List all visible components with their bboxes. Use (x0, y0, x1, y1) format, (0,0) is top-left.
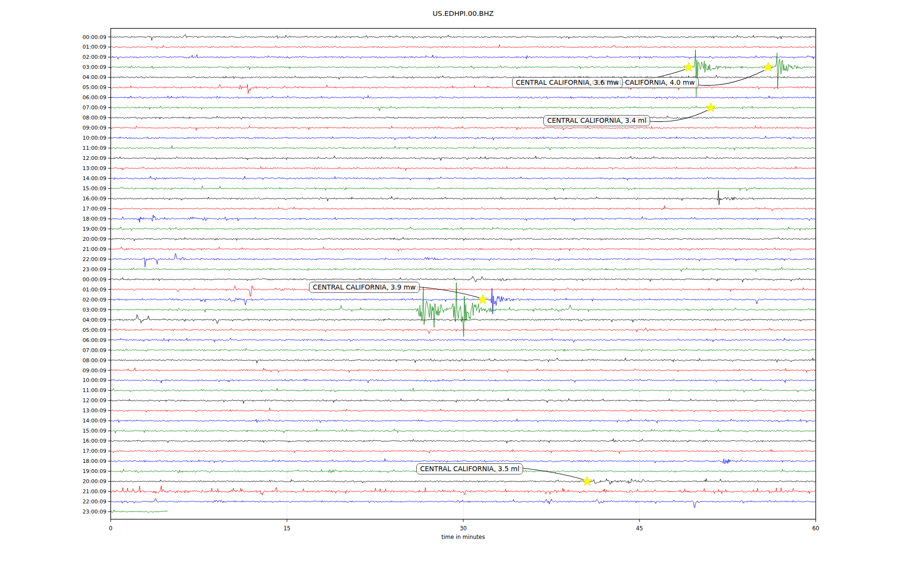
annotation-connector (519, 468, 584, 480)
y-axis-label: 02:00:09 (83, 54, 106, 60)
event-star-icon (763, 62, 773, 71)
event-label: CENTRAL CALIFORNIA, 3.4 ml (543, 115, 650, 126)
y-axis-label: 15:00:09 (83, 428, 106, 434)
y-axis-label: 18:00:09 (83, 458, 106, 464)
y-axis-label: 03:00:09 (83, 64, 106, 70)
y-axis-label: 00:00:09 (83, 34, 106, 40)
y-axis-label: 18:00:09 (83, 216, 106, 222)
y-axis-label: 20:00:09 (83, 236, 106, 242)
x-tick-label: 60 (812, 525, 820, 532)
trace-row (111, 439, 815, 444)
y-axis-label: 08:00:09 (83, 357, 106, 364)
y-axis-label: 01:00:09 (83, 287, 106, 293)
y-axis-label: 02:00:09 (83, 297, 106, 303)
y-axis-label: 21:00:09 (83, 488, 106, 495)
y-axis-label: 20:00:09 (83, 478, 106, 485)
y-axis-label: 11:00:09 (83, 145, 106, 151)
y-axis-label: 22:00:09 (83, 256, 106, 263)
y-axis-label: 07:00:09 (83, 347, 106, 354)
y-axis-label: 22:00:09 (83, 499, 106, 505)
y-axis-label: 23:00:09 (83, 509, 106, 515)
y-axis-label: 04:00:09 (83, 74, 106, 80)
y-axis-label: 05:00:09 (83, 327, 106, 333)
y-axis-label: 23:00:09 (83, 266, 106, 273)
y-axis-label: 06:00:09 (83, 94, 106, 101)
y-axis-label: 10:00:09 (83, 377, 106, 383)
x-tick-label: 15 (283, 525, 291, 532)
y-axis-label: 12:00:09 (83, 155, 106, 161)
trace-row (111, 126, 815, 131)
y-axis-label: 16:00:09 (83, 438, 106, 444)
y-axis-label: 19:00:09 (83, 226, 106, 232)
y-axis-label: 10:00:09 (83, 135, 106, 141)
event-star-icon (478, 294, 488, 303)
y-axis-label: 05:00:09 (83, 84, 106, 91)
event-label: CENTRAL CALIFORNIA, 3.6 mw (512, 77, 623, 88)
y-axis-label: 09:00:09 (83, 125, 106, 131)
y-axis-label: 09:00:09 (83, 368, 106, 374)
x-tick-label: 30 (460, 525, 467, 532)
y-axis-label: 07:00:09 (83, 105, 106, 111)
trace-row (111, 247, 815, 251)
trace-row (111, 267, 815, 272)
y-axis-label: 06:00:09 (83, 337, 106, 343)
trace-row (111, 156, 815, 161)
x-axis-title: time in minutes (111, 534, 816, 540)
y-axis-label: 15:00:09 (83, 185, 106, 192)
seismogram-plot: 00:00:0901:00:0902:00:0903:00:0904:00:09… (0, 0, 924, 578)
y-axis-label: 03:00:09 (83, 307, 106, 313)
trace-row (111, 55, 815, 59)
trace-row (111, 510, 167, 512)
y-axis-label: 13:00:09 (83, 407, 106, 414)
trace-row (111, 253, 815, 267)
y-axis-label: 08:00:09 (83, 115, 106, 121)
axes-frame (111, 28, 816, 519)
trace-row (111, 328, 815, 334)
trace-row (111, 379, 815, 383)
y-axis-label: 21:00:09 (83, 246, 106, 252)
trace-row (111, 237, 815, 241)
trace-row (111, 186, 815, 191)
event-star-icon (684, 62, 693, 71)
y-axis-label: 13:00:09 (83, 165, 106, 171)
event-star-icon (582, 476, 592, 486)
trace-row (111, 486, 815, 495)
y-axis-label: 16:00:09 (83, 196, 106, 202)
y-axis-label: 12:00:09 (83, 397, 106, 404)
y-axis-label: 00:00:09 (83, 276, 106, 283)
annotation-connector (645, 110, 707, 122)
y-axis-label: 19:00:09 (83, 468, 106, 474)
event-label: CENTRAL CALIFORNIA, 3.9 mw (309, 282, 420, 293)
x-tick-label: 45 (636, 525, 643, 532)
trace-row (111, 75, 815, 80)
y-axis-label: 11:00:09 (83, 387, 106, 394)
y-axis-label: 17:00:09 (83, 206, 106, 212)
trace-row (111, 348, 815, 352)
figure: US.EDHPI.00.BHZ 00:00:0901:00:0902:00:09… (0, 0, 924, 578)
trace-row (111, 388, 815, 392)
annotation-connector (696, 70, 764, 85)
y-axis-label: 14:00:09 (83, 418, 106, 424)
y-axis-label: 17:00:09 (83, 448, 106, 454)
x-tick-label: 0 (109, 525, 112, 532)
annotation-connector (415, 287, 479, 298)
y-axis-label: 01:00:09 (83, 44, 106, 50)
y-axis-label: 04:00:09 (83, 317, 106, 323)
y-axis-label: 14:00:09 (83, 175, 106, 182)
event-label: CENTRAL CALIFORNIA, 3.5 ml (416, 463, 523, 474)
trace-row (111, 499, 815, 508)
